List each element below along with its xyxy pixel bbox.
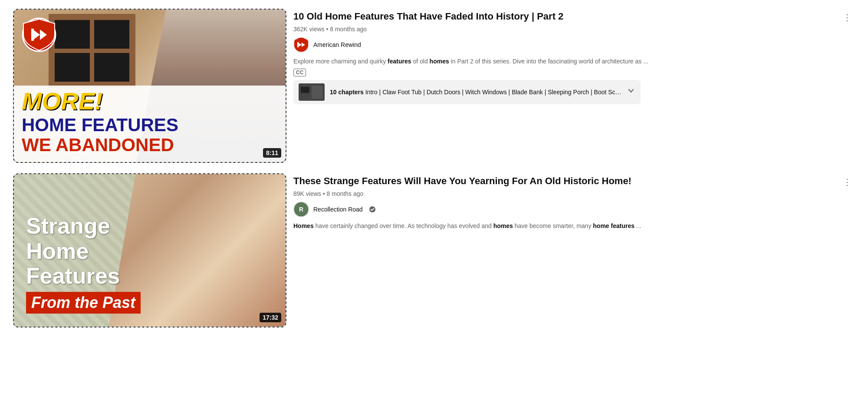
video-item: MORE! HOME FEATURES WE ABANDONED 8:11 10… (13, 9, 855, 163)
video-list: MORE! HOME FEATURES WE ABANDONED 8:11 10… (0, 0, 868, 336)
video-duration: 8:11 (263, 148, 281, 158)
chapters-thumbnail (299, 83, 325, 101)
view-count: 362K views (293, 26, 325, 33)
video-thumbnail[interactable]: MORE! HOME FEATURES WE ABANDONED 8:11 (13, 9, 286, 163)
channel-name[interactable]: American Rewind (313, 41, 361, 48)
thumbnail-more-label: MORE! (22, 89, 278, 113)
cc-badge: CC (293, 69, 306, 76)
more-options-button[interactable]: ⋮ (839, 175, 855, 189)
video-meta: 89K views • 8 months ago (293, 190, 855, 197)
channel-avatar[interactable] (293, 37, 309, 53)
thumbnail-subtitle: From the Past (26, 292, 141, 314)
video-meta: 362K views • 8 months ago (293, 26, 855, 33)
channel-avatar[interactable]: R (293, 202, 309, 217)
video-title[interactable]: These Strange Features Will Have You Yea… (293, 175, 855, 188)
chapters-box[interactable]: 10 chapters Intro | Claw Foot Tub | Dutc… (293, 80, 641, 104)
svg-rect-10 (312, 86, 322, 99)
video-description: Homes have certainly changed over time. … (293, 222, 684, 231)
chapters-text: 10 chapters Intro | Claw Foot Tub | Dutc… (330, 89, 621, 96)
thumbnail-text-box: Strange Home Features From the Past (14, 205, 163, 327)
thumbnail-title-line1: HOME FEATURES (22, 115, 278, 135)
svg-point-13 (369, 206, 375, 212)
verified-icon (369, 206, 376, 213)
more-options-button[interactable]: ⋮ (839, 10, 855, 24)
channel-row: R Recollection Road (293, 202, 855, 217)
video-title[interactable]: 10 Old Home Features That Have Faded Int… (293, 10, 855, 23)
chapters-expand-icon[interactable] (627, 86, 635, 97)
thumbnail-title: Strange Home Features (26, 214, 155, 288)
separator: • (323, 190, 327, 197)
video-item: Strange Home Features From the Past 17:3… (13, 173, 855, 327)
video-age: 8 months ago (327, 190, 364, 197)
video-info: 10 Old Home Features That Have Faded Int… (293, 9, 855, 104)
chapters-count: 10 chapters (330, 89, 364, 96)
view-count: 89K views (293, 190, 321, 197)
channel-name[interactable]: Recollection Road (313, 206, 363, 213)
thumbnail-title-line2: WE ABANDONED (22, 135, 278, 155)
video-thumbnail[interactable]: Strange Home Features From the Past 17:3… (13, 173, 286, 327)
video-description: Explore more charming and quirky feature… (293, 57, 684, 66)
video-info: These Strange Features Will Have You Yea… (293, 173, 855, 231)
svg-text:R: R (299, 206, 303, 213)
video-age: 8 months ago (330, 26, 367, 33)
svg-rect-9 (301, 87, 309, 93)
thumbnail-overlay: MORE! HOME FEATURES WE ABANDONED (14, 10, 286, 162)
video-duration: 17:32 (260, 313, 281, 322)
separator: • (326, 26, 330, 33)
thumbnail-text-box: MORE! HOME FEATURES WE ABANDONED (14, 86, 286, 162)
svg-rect-7 (297, 42, 299, 47)
chapters-items: Intro | Claw Foot Tub | Dutch Doors | Wi… (365, 89, 621, 96)
channel-row: American Rewind (293, 37, 855, 53)
